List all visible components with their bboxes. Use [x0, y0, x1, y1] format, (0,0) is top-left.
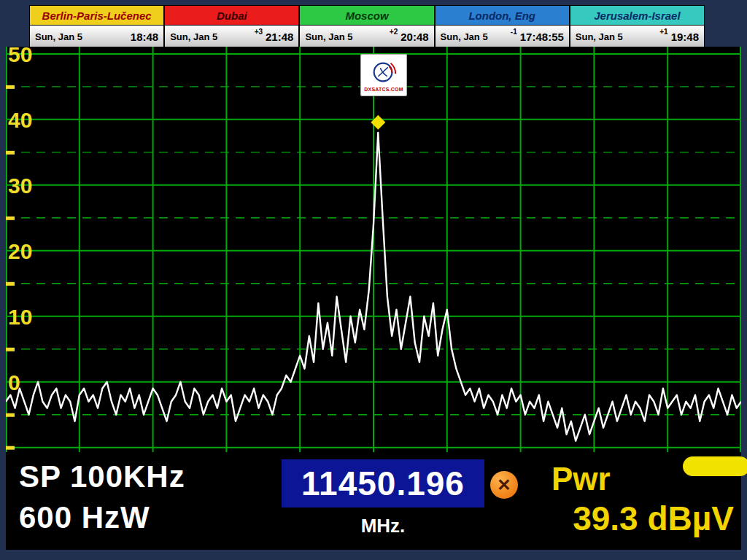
clock-time: 21:48 [266, 31, 293, 43]
clock-date: Sun, Jan 5 [170, 31, 217, 42]
close-icon: ✕ [497, 475, 511, 495]
clock-cell: Dubai Sun, Jan 5 +3 21:48 [165, 6, 300, 47]
clock-city-label: Jerusalem-Israel [570, 6, 704, 26]
clock-time: 19:48 [671, 31, 699, 43]
clock-date: Sun, Jan 5 [441, 31, 488, 42]
clock-time: 20:48 [400, 31, 428, 43]
clock-city-label: Moscow [300, 6, 433, 26]
y-axis-label: 40 [8, 108, 32, 132]
clock-city-label: London, Eng [436, 6, 569, 26]
world-clock-bar: Berlin-Paris-Lučenec Sun, Jan 5 18:48 Du… [29, 5, 705, 48]
y-axis-label: 50 [8, 47, 32, 66]
clock-cell: London, Eng Sun, Jan 5 -1 17:48:55 [436, 6, 570, 47]
clock-utc-offset: +2 [390, 28, 398, 36]
dxsatcs-logo: DXSATCS.COM [360, 54, 407, 96]
frequency-unit: MHz. [282, 515, 484, 537]
clock-city-label: Dubai [165, 6, 298, 26]
clock-date: Sun, Jan 5 [576, 31, 623, 42]
clock-date: Sun, Jan 5 [305, 31, 352, 42]
frequency-value: 11450.196 [301, 464, 465, 503]
y-axis-tick [6, 282, 15, 286]
y-axis-tick [6, 413, 15, 417]
y-axis-tick [6, 217, 15, 220]
logo-text: DXSATCS.COM [364, 87, 403, 92]
clock-time-row: Sun, Jan 5 18:48 [30, 26, 163, 47]
spectrum-display: 50403020100 DXSATCS.COM [6, 47, 741, 452]
clock-date: Sun, Jan 5 [35, 31, 82, 42]
power-value: 39.3 dBµV [573, 499, 734, 538]
readout-bar: SP 100KHz 600 HzW 11450.196 MHz. ✕ Pwr 3… [6, 452, 741, 550]
frequency-display: 11450.196 [282, 459, 484, 508]
clock-city-label: Berlin-Paris-Lučenec [30, 6, 163, 26]
span-setting: SP 100KHz [19, 459, 185, 494]
y-axis-tick [6, 348, 15, 351]
clock-time-row: Sun, Jan 5 -1 17:48:55 [436, 26, 569, 47]
clock-time-row: Sun, Jan 5 +3 21:48 [165, 26, 298, 47]
clock-utc-offset: +1 [659, 28, 667, 36]
y-axis-tick [6, 151, 15, 155]
clock-utc-offset: +3 [255, 28, 263, 36]
yellow-indicator-button[interactable] [683, 456, 747, 476]
close-button[interactable]: ✕ [490, 471, 518, 499]
clock-utc-offset: -1 [511, 28, 517, 36]
clock-cell: Jerusalem-Israel Sun, Jan 5 +1 19:48 [570, 6, 704, 47]
globe-satellite-icon [370, 58, 398, 86]
clock-cell: Berlin-Paris-Lučenec Sun, Jan 5 18:48 [30, 6, 165, 47]
power-label: Pwr [551, 461, 611, 497]
y-axis-label: 20 [8, 239, 32, 263]
spectrum-chart: 50403020100 [6, 47, 741, 452]
y-axis-tick [6, 85, 15, 89]
clock-time-row: Sun, Jan 5 +2 20:48 [300, 26, 433, 47]
clock-cell: Moscow Sun, Jan 5 +2 20:48 [300, 6, 435, 47]
y-axis-label: 30 [8, 174, 32, 198]
clock-time: 18:48 [131, 31, 158, 43]
y-axis-tick [6, 446, 15, 450]
bandwidth-setting: 600 HzW [19, 500, 150, 535]
satellite-meter-screen: Berlin-Paris-Lučenec Sun, Jan 5 18:48 Du… [0, 0, 747, 560]
clock-time-row: Sun, Jan 5 +1 19:48 [570, 26, 704, 47]
clock-time: 17:48:55 [520, 31, 564, 43]
y-axis-label: 10 [8, 305, 32, 329]
